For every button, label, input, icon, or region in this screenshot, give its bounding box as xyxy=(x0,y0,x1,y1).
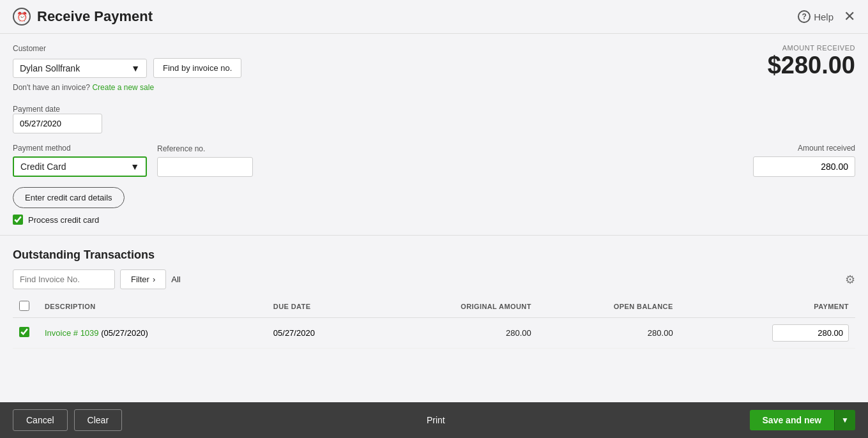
create-sale-link[interactable]: Create a new sale xyxy=(92,83,154,92)
payment-method-row: Payment method Credit Card ▼ Reference n… xyxy=(13,144,855,177)
ref-label: Reference no. xyxy=(157,144,253,153)
method-group: Payment method Credit Card ▼ xyxy=(13,144,147,177)
footer: Cancel Clear Print Save and new ▼ xyxy=(0,402,868,438)
invoice-date: (05/27/2020) xyxy=(101,328,148,338)
process-credit-card-label: Process credit card xyxy=(28,215,99,225)
filter-arrow-icon: › xyxy=(153,275,155,284)
col-due-date: DUE DATE xyxy=(267,296,374,318)
process-credit-card-checkbox[interactable] xyxy=(13,215,23,225)
row-due-date: 05/27/2020 xyxy=(267,318,374,349)
help-label: Help xyxy=(814,11,834,22)
amount-received-group: Amount received xyxy=(753,144,855,177)
customer-value: Dylan Sollfrank xyxy=(20,63,80,73)
transactions-table: DESCRIPTION DUE DATE ORIGINAL AMOUNT OPE… xyxy=(13,296,855,349)
process-row: Process credit card xyxy=(13,215,855,225)
customer-label: Customer xyxy=(13,44,241,53)
payment-method-dropdown[interactable]: Credit Card ▼ xyxy=(13,156,147,177)
ref-group: Reference no. xyxy=(157,144,253,177)
enter-card-button[interactable]: Enter credit card details xyxy=(13,187,125,208)
save-and-new-button[interactable]: Save and new xyxy=(750,410,835,430)
method-label: Payment method xyxy=(13,144,147,153)
filter-row: Filter › All ⚙ xyxy=(13,269,855,289)
row-original-amount: 280.00 xyxy=(374,318,538,349)
filter-label: Filter xyxy=(131,275,149,284)
header-left: ⏰ Receive Payment xyxy=(13,8,153,26)
row-payment xyxy=(680,318,855,349)
header-right: ? Help ✕ xyxy=(798,10,855,24)
close-button[interactable]: ✕ xyxy=(844,10,855,24)
save-new-dropdown-button[interactable]: ▼ xyxy=(834,410,855,430)
top-section: Customer Dylan Sollfrank ▼ Find by invoi… xyxy=(13,44,855,92)
col-original-amount: ORIGINAL AMOUNT xyxy=(374,296,538,318)
amount-received-section: AMOUNT RECEIVED $280.00 xyxy=(768,44,855,79)
invoice-search-input[interactable] xyxy=(13,269,115,289)
customer-section: Customer Dylan Sollfrank ▼ Find by invoi… xyxy=(13,44,241,92)
no-invoice-text: Don't have an invoice? Create a new sale xyxy=(13,83,241,92)
col-description: DESCRIPTION xyxy=(38,296,267,318)
payment-date-row: Payment date xyxy=(13,105,855,133)
select-all-checkbox[interactable] xyxy=(19,301,29,311)
cancel-button[interactable]: Cancel xyxy=(13,409,68,431)
find-invoice-button[interactable]: Find by invoice no. xyxy=(153,58,241,78)
amount-received-field-label: Amount received xyxy=(798,144,855,153)
customer-dropdown[interactable]: Dylan Sollfrank ▼ xyxy=(13,59,147,78)
reference-input[interactable] xyxy=(157,157,253,177)
payment-date-label: Payment date xyxy=(13,105,855,114)
method-dropdown-arrow-icon: ▼ xyxy=(130,162,139,172)
row-description: Invoice # 1039 (05/27/2020) xyxy=(38,318,267,349)
main-content: Customer Dylan Sollfrank ▼ Find by invoi… xyxy=(0,34,868,359)
filter-button[interactable]: Filter › xyxy=(120,269,166,289)
amount-received-label: AMOUNT RECEIVED xyxy=(768,44,855,52)
save-new-group: Save and new ▼ xyxy=(750,410,855,430)
print-button[interactable]: Print xyxy=(128,415,743,425)
table-row: Invoice # 1039 (05/27/2020) 05/27/2020 2… xyxy=(13,318,855,349)
app-icon: ⏰ xyxy=(13,8,31,26)
invoice-link[interactable]: Invoice # 1039 xyxy=(45,328,99,338)
divider xyxy=(0,235,868,236)
page-title: Receive Payment xyxy=(37,8,153,25)
help-icon: ? xyxy=(798,10,811,23)
header: ⏰ Receive Payment ? Help ✕ xyxy=(0,0,868,34)
amount-received-value: $280.00 xyxy=(768,52,855,79)
row-open-balance: 280.00 xyxy=(538,318,680,349)
clear-button[interactable]: Clear xyxy=(74,409,122,431)
payment-date-input[interactable] xyxy=(13,114,102,133)
dropdown-arrow-icon: ▼ xyxy=(131,63,140,73)
outstanding-title: Outstanding Transactions xyxy=(13,248,855,262)
col-payment: PAYMENT xyxy=(680,296,855,318)
help-button[interactable]: ? Help xyxy=(798,10,834,23)
all-text: All xyxy=(171,275,180,284)
amount-received-input[interactable] xyxy=(753,156,855,177)
outstanding-section: Outstanding Transactions Filter › All ⚙ … xyxy=(13,246,855,349)
row-checkbox[interactable] xyxy=(19,327,29,337)
col-open-balance: OPEN BALANCE xyxy=(538,296,680,318)
row-payment-input[interactable] xyxy=(772,324,849,342)
settings-gear-button[interactable]: ⚙ xyxy=(845,273,855,287)
customer-row: Dylan Sollfrank ▼ Find by invoice no. xyxy=(13,58,241,78)
method-value: Credit Card xyxy=(20,162,66,172)
